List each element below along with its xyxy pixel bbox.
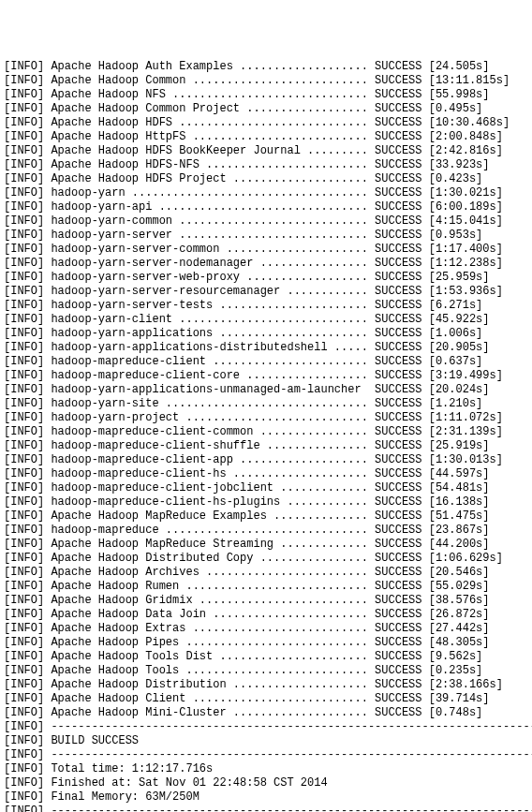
module-status: SUCCESS [375, 467, 421, 480]
module-status: SUCCESS [375, 692, 421, 705]
module-status: SUCCESS [375, 481, 421, 495]
module-status: SUCCESS [375, 74, 421, 87]
module-time: [55.029s] [429, 580, 490, 593]
module-name: Apache Hadoop Tools ....................… [51, 664, 375, 677]
module-time: [2:38.166s] [429, 678, 503, 691]
build-module-line: [INFO] Apache Hadoop Tools Dist ........… [4, 650, 528, 664]
module-status: SUCCESS [375, 552, 421, 565]
separator-line: [INFO] ---------------------------------… [4, 720, 528, 734]
module-name: Apache Hadoop Tools Dist ...............… [51, 650, 375, 663]
module-time: [33.923s] [429, 158, 490, 171]
module-time: [38.576s] [429, 594, 490, 607]
build-module-line: [INFO] hadoop-yarn .....................… [4, 186, 528, 200]
log-level-tag: [INFO] [4, 130, 44, 143]
build-module-line: [INFO] hadoop-yarn-applications-unmanage… [4, 383, 528, 397]
module-time: [44.597s] [429, 467, 490, 480]
build-module-line: [INFO] Apache Hadoop HDFS BookKeeper Jou… [4, 144, 528, 158]
build-module-line: [INFO] Apache Hadoop MapReduce Examples … [4, 509, 528, 524]
log-level-tag: [INFO] [4, 313, 44, 326]
build-module-line: [INFO] Apache Hadoop Auth Examples .....… [4, 60, 528, 74]
log-level-tag: [INFO] [4, 397, 44, 410]
build-module-line: [INFO] Apache Hadoop Rumen .............… [4, 580, 528, 594]
module-time: [51.475s] [429, 509, 490, 523]
module-name: Apache Hadoop NFS ......................… [51, 88, 375, 101]
log-level-tag: [INFO] [4, 495, 44, 509]
module-time: [44.200s] [429, 538, 490, 551]
log-level-tag: [INFO] [4, 538, 44, 551]
module-name: hadoop-mapreduce-client-hs .............… [51, 467, 375, 480]
build-status: BUILD SUCCESS [51, 734, 139, 747]
module-status: SUCCESS [375, 397, 421, 410]
module-time: [39.714s] [429, 692, 490, 705]
module-time: [0.423s] [429, 172, 483, 185]
build-module-line: [INFO] Apache Hadoop Gridmix ...........… [4, 594, 528, 608]
module-name: Apache Hadoop Gridmix ..................… [51, 594, 375, 607]
module-status: SUCCESS [375, 664, 421, 677]
module-status: SUCCESS [375, 425, 421, 438]
log-level-tag: [INFO] [4, 74, 44, 87]
module-name: hadoop-mapreduce-client-common .........… [51, 425, 375, 438]
module-status: SUCCESS [375, 116, 421, 129]
module-name: hadoop-yarn-applications ...............… [51, 327, 375, 340]
build-module-line: [INFO] hadoop-yarn-common ..............… [4, 214, 528, 229]
module-status: SUCCESS [375, 158, 421, 171]
module-time: [48.305s] [429, 636, 490, 649]
module-status: SUCCESS [375, 172, 421, 185]
build-module-line: [INFO] hadoop-yarn-server-nodemanager ..… [4, 257, 528, 271]
log-level-tag: [INFO] [4, 636, 44, 649]
log-level-tag: [INFO] [4, 116, 44, 129]
module-name: Apache Hadoop Client ...................… [51, 692, 375, 705]
module-status: SUCCESS [375, 243, 421, 256]
module-status: SUCCESS [375, 594, 421, 607]
module-name: Apache Hadoop Extras ...................… [51, 622, 375, 635]
build-module-line: [INFO] Apache Hadoop HttpFS ............… [4, 130, 528, 144]
module-name: hadoop-mapreduce .......................… [51, 524, 375, 537]
log-level-tag: [INFO] [4, 524, 44, 537]
build-module-line: [INFO] hadoop-yarn-server-tests ........… [4, 299, 528, 313]
log-level-tag: [INFO] [4, 706, 44, 719]
module-name: hadoop-mapreduce-client-jobclient ......… [51, 481, 375, 495]
log-level-tag: [INFO] [4, 88, 44, 101]
module-status: SUCCESS [375, 200, 421, 214]
module-status: SUCCESS [375, 383, 421, 396]
build-module-line: [INFO] Apache Hadoop Archives ..........… [4, 566, 528, 580]
build-module-line: [INFO] Apache Hadoop Distributed Copy ..… [4, 552, 528, 566]
log-level-tag: [INFO] [4, 439, 44, 452]
final-memory-line: [INFO] Final Memory: 63M/250M [4, 790, 528, 805]
module-name: hadoop-yarn-server .....................… [51, 229, 375, 242]
build-module-line: [INFO] hadoop-yarn-applications-distribu… [4, 341, 528, 355]
module-status: SUCCESS [375, 214, 421, 228]
build-module-line: [INFO] Apache Hadoop Mini-Cluster ......… [4, 706, 528, 720]
module-name: Apache Hadoop HDFS BookKeeper Journal ..… [51, 144, 375, 157]
module-status: SUCCESS [375, 495, 421, 509]
module-time: [13:11.815s] [429, 74, 510, 87]
module-name: Apache Hadoop MapReduce Streaming ......… [51, 538, 375, 551]
module-status: SUCCESS [375, 341, 421, 354]
build-module-line: [INFO] Apache Hadoop Extras ............… [4, 622, 528, 636]
log-level-tag: [INFO] [4, 580, 44, 593]
log-level-tag: [INFO] [4, 594, 44, 607]
module-time: [1.210s] [429, 397, 483, 410]
log-level-tag: [INFO] [4, 60, 44, 73]
module-time: [23.867s] [429, 524, 490, 537]
module-time: [55.998s] [429, 88, 490, 101]
module-name: hadoop-mapreduce-client ................… [51, 355, 375, 368]
log-level-tag: [INFO] [4, 411, 44, 424]
log-level-tag: [INFO] [4, 158, 44, 171]
finished-at-line: [INFO] Finished at: Sat Nov 01 22:48:58 … [4, 776, 528, 790]
module-status: SUCCESS [375, 88, 421, 101]
module-name: Apache Hadoop Distributed Copy .........… [51, 552, 375, 565]
module-name: Apache Hadoop HttpFS ...................… [51, 130, 375, 143]
module-time: [1:30.013s] [429, 453, 503, 466]
log-level-tag: [INFO] [4, 678, 44, 691]
log-level-tag: [INFO] [4, 355, 44, 368]
module-status: SUCCESS [375, 355, 421, 368]
log-level-tag: [INFO] [4, 664, 44, 677]
module-name: hadoop-yarn-applications-distributedshel… [51, 341, 375, 354]
module-time: [0.637s] [429, 355, 483, 368]
module-status: SUCCESS [375, 102, 421, 115]
module-status: SUCCESS [375, 313, 421, 326]
build-module-line: [INFO] Apache Hadoop HDFS-NFS ..........… [4, 158, 528, 172]
build-module-line: [INFO] Apache Hadoop Common Project ....… [4, 102, 528, 116]
module-time: [26.872s] [429, 608, 490, 621]
